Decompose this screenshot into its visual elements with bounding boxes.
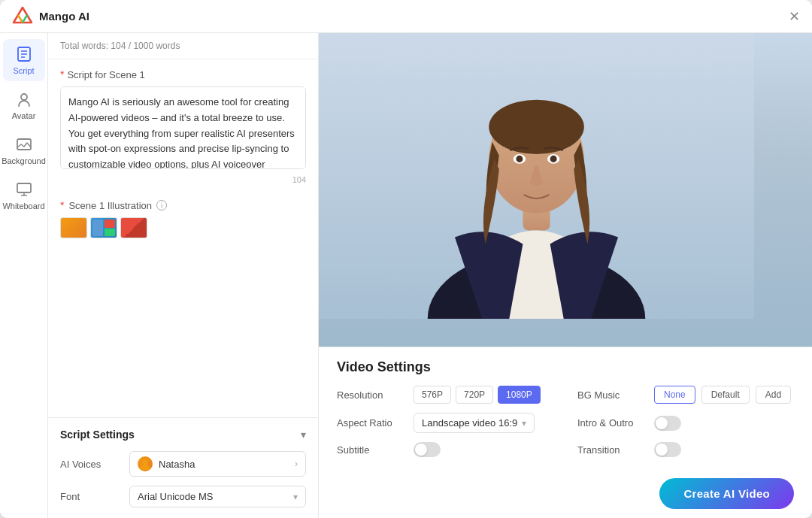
illustration-section: Scene 1 Illustration i <box>48 193 318 247</box>
script-char-count: 104 <box>60 175 306 184</box>
thumb-2[interactable] <box>90 217 117 238</box>
title-bar: Mango AI ✕ <box>0 0 812 33</box>
font-label: Font <box>60 491 120 502</box>
script-settings: Script Settings ▾ AI Voices <box>48 417 318 518</box>
thumb-3[interactable] <box>120 217 147 238</box>
transition-label: Transition <box>577 444 645 456</box>
bg-default-button[interactable]: Default <box>701 386 750 404</box>
script-textarea[interactable]: Mango AI is seriously an awesome tool fo… <box>60 86 306 169</box>
script-section: Script for Scene 1 Mango AI is seriously… <box>48 59 318 193</box>
res-720p-button[interactable]: 720P <box>456 386 493 404</box>
sidebar-item-background[interactable]: Background <box>3 129 45 171</box>
voice-avatar <box>138 456 153 471</box>
mango-logo-icon <box>12 6 33 27</box>
app-title: Mango AI <box>39 10 89 23</box>
aspect-ratio-label: Aspect Ratio <box>337 417 404 429</box>
illustration-label: Scene 1 Illustration i <box>60 199 306 211</box>
settings-header[interactable]: Script Settings ▾ <box>48 418 318 451</box>
bg-music-field: BG Music None Default Add <box>577 386 794 404</box>
presenter-illustration <box>319 33 754 319</box>
video-preview <box>319 33 812 347</box>
sidebar-item-script[interactable]: Script <box>3 39 45 81</box>
create-ai-video-button[interactable]: Create AI Video <box>659 478 794 509</box>
sidebar-item-avatar[interactable]: Avatar <box>3 84 45 126</box>
resolution-field: Resolution 576P 720P 1080P <box>337 386 553 404</box>
svg-marker-0 <box>14 8 32 23</box>
font-select[interactable]: Arial Unicode MS ▾ <box>129 486 306 507</box>
svg-point-17 <box>489 100 584 154</box>
create-button-wrapper: Create AI Video <box>319 469 812 518</box>
svg-point-21 <box>550 156 557 162</box>
ai-voices-value: Natasha <box>138 456 195 471</box>
ai-voices-select[interactable]: Natasha › <box>129 451 306 477</box>
sidebar-whiteboard-label: Whiteboard <box>2 201 44 211</box>
right-panel: Video Settings Resolution 576P 720P 1080… <box>319 33 812 518</box>
settings-body: AI Voices Natasha <box>48 451 318 518</box>
bg-add-button[interactable]: Add <box>756 386 791 404</box>
subtitle-field: Subtitle <box>337 442 553 457</box>
voices-chevron-icon: › <box>295 459 298 469</box>
sidebar-script-label: Script <box>13 66 34 75</box>
svg-rect-9 <box>17 183 31 192</box>
transition-toggle[interactable] <box>654 442 681 457</box>
aspect-ratio-field: Aspect Ratio Landscape video 16:9 ▾ <box>337 413 553 433</box>
aspect-chevron-icon: ▾ <box>522 418 526 429</box>
svg-line-1 <box>18 15 23 23</box>
app-window: Mango AI ✕ Script <box>0 0 812 518</box>
word-count: Total words: 104 / 1000 words <box>48 33 318 59</box>
intro-outro-toggle[interactable] <box>654 416 681 431</box>
font-chevron-icon: ▾ <box>293 492 298 502</box>
script-icon <box>15 45 33 63</box>
subtitle-label: Subtitle <box>337 444 404 456</box>
left-panel: Total words: 104 / 1000 words Script for… <box>48 33 319 518</box>
settings-title: Script Settings <box>60 429 135 441</box>
chevron-down-icon: ▾ <box>301 429 306 441</box>
whiteboard-icon <box>15 180 33 198</box>
script-label: Script for Scene 1 <box>60 68 306 80</box>
bg-music-buttons: None Default Add <box>654 386 791 404</box>
svg-point-12 <box>143 460 148 465</box>
ai-voices-label: AI Voices <box>60 459 120 470</box>
svg-point-7 <box>21 94 27 100</box>
sidebar-background-label: Background <box>2 156 46 165</box>
intro-outro-label: Intro & Outro <box>577 417 645 429</box>
background-icon <box>15 135 33 153</box>
close-button[interactable]: ✕ <box>789 10 800 23</box>
main-content: Script Avatar <box>0 33 812 518</box>
res-576p-button[interactable]: 576P <box>414 386 451 404</box>
subtitle-toggle[interactable] <box>414 442 441 457</box>
video-settings-title: Video Settings <box>337 359 794 375</box>
avatar-icon <box>15 90 33 108</box>
sidebar-item-whiteboard[interactable]: Whiteboard <box>3 174 45 217</box>
illustration-thumbnails <box>60 217 306 238</box>
res-1080p-button[interactable]: 1080P <box>498 386 541 404</box>
video-settings-panel: Video Settings Resolution 576P 720P 1080… <box>319 347 812 469</box>
bg-music-label: BG Music <box>577 389 645 401</box>
svg-line-2 <box>23 15 27 23</box>
aspect-ratio-select[interactable]: Landscape video 16:9 ▾ <box>414 413 535 433</box>
resolution-buttons: 576P 720P 1080P <box>414 386 541 404</box>
transition-field: Transition <box>577 442 794 457</box>
thumb-1[interactable] <box>60 217 87 238</box>
sidebar: Script Avatar <box>0 33 48 518</box>
app-logo: Mango AI <box>12 6 89 27</box>
resolution-label: Resolution <box>337 389 404 401</box>
video-settings-grid: Resolution 576P 720P 1080P BG Music None… <box>337 386 794 457</box>
intro-outro-field: Intro & Outro <box>577 413 794 433</box>
ai-voices-row: AI Voices Natasha <box>60 451 306 477</box>
font-row: Font Arial Unicode MS ▾ <box>60 486 306 507</box>
illustration-info-icon[interactable]: i <box>156 200 167 211</box>
bg-none-button[interactable]: None <box>654 386 695 404</box>
sidebar-avatar-label: Avatar <box>12 111 36 120</box>
svg-point-19 <box>516 156 523 162</box>
